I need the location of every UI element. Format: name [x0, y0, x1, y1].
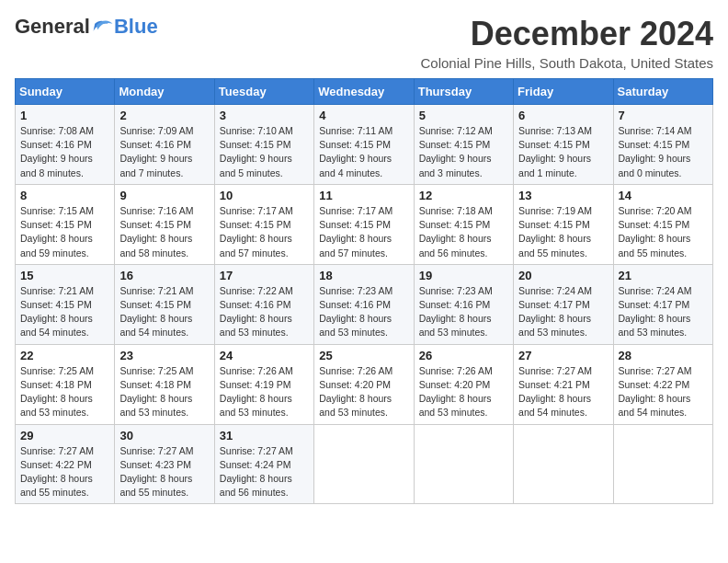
day-cell: 30 Sunrise: 7:27 AMSunset: 4:23 PMDaylig… — [115, 424, 214, 504]
day-info: Sunrise: 7:12 AMSunset: 4:15 PMDaylight:… — [419, 124, 508, 180]
day-cell: 13 Sunrise: 7:19 AMSunset: 4:15 PMDaylig… — [514, 184, 613, 264]
day-cell: 8 Sunrise: 7:15 AMSunset: 4:15 PMDayligh… — [16, 184, 115, 264]
day-cell: 15 Sunrise: 7:21 AMSunset: 4:15 PMDaylig… — [16, 264, 115, 344]
day-number: 17 — [220, 269, 309, 282]
logo: General Blue — [15, 15, 158, 39]
day-info: Sunrise: 7:25 AMSunset: 4:18 PMDaylight:… — [119, 364, 209, 420]
day-info: Sunrise: 7:23 AMSunset: 4:16 PMDaylight:… — [419, 284, 508, 340]
day-number: 12 — [419, 189, 508, 202]
day-cell: 23 Sunrise: 7:25 AMSunset: 4:18 PMDaylig… — [115, 344, 214, 424]
logo-general-text: General — [15, 15, 90, 39]
day-number: 21 — [619, 269, 708, 282]
day-info: Sunrise: 7:21 AMSunset: 4:15 PMDaylight:… — [119, 284, 209, 340]
week-row-4: 22 Sunrise: 7:25 AMSunset: 4:18 PMDaylig… — [16, 344, 713, 424]
day-info: Sunrise: 7:10 AMSunset: 4:15 PMDaylight:… — [220, 124, 309, 180]
day-number: 15 — [20, 269, 109, 282]
day-number: 28 — [619, 349, 708, 362]
day-number: 23 — [119, 349, 209, 362]
day-number: 3 — [220, 109, 309, 122]
day-number: 29 — [20, 429, 109, 442]
day-cell: 29 Sunrise: 7:27 AMSunset: 4:22 PMDaylig… — [16, 424, 115, 504]
day-info: Sunrise: 7:11 AMSunset: 4:15 PMDaylight:… — [319, 124, 408, 180]
day-number: 13 — [518, 189, 608, 202]
week-row-2: 8 Sunrise: 7:15 AMSunset: 4:15 PMDayligh… — [16, 184, 713, 264]
day-cell: 16 Sunrise: 7:21 AMSunset: 4:15 PMDaylig… — [115, 264, 214, 344]
day-info: Sunrise: 7:26 AMSunset: 4:19 PMDaylight:… — [220, 364, 309, 420]
day-info: Sunrise: 7:26 AMSunset: 4:20 PMDaylight:… — [419, 364, 508, 420]
day-cell: 12 Sunrise: 7:18 AMSunset: 4:15 PMDaylig… — [414, 184, 513, 264]
day-cell: 6 Sunrise: 7:13 AMSunset: 4:15 PMDayligh… — [514, 105, 613, 185]
day-number: 5 — [419, 109, 508, 122]
day-cell — [514, 424, 613, 504]
day-number: 14 — [619, 189, 708, 202]
day-info: Sunrise: 7:20 AMSunset: 4:15 PMDaylight:… — [619, 204, 708, 260]
day-number: 1 — [20, 109, 109, 122]
day-cell: 14 Sunrise: 7:20 AMSunset: 4:15 PMDaylig… — [613, 184, 712, 264]
day-number: 26 — [419, 349, 508, 362]
day-cell: 9 Sunrise: 7:16 AMSunset: 4:15 PMDayligh… — [115, 184, 214, 264]
day-cell: 21 Sunrise: 7:24 AMSunset: 4:17 PMDaylig… — [613, 264, 712, 344]
day-number: 24 — [220, 349, 309, 362]
day-info: Sunrise: 7:27 AMSunset: 4:22 PMDaylight:… — [20, 444, 109, 500]
day-cell: 11 Sunrise: 7:17 AMSunset: 4:15 PMDaylig… — [314, 184, 414, 264]
day-number: 11 — [319, 189, 408, 202]
day-info: Sunrise: 7:13 AMSunset: 4:15 PMDaylight:… — [518, 124, 608, 180]
day-number: 6 — [518, 109, 608, 122]
day-info: Sunrise: 7:17 AMSunset: 4:15 PMDaylight:… — [220, 204, 309, 260]
day-info: Sunrise: 7:24 AMSunset: 4:17 PMDaylight:… — [619, 284, 708, 340]
weekday-header-wednesday: Wednesday — [314, 79, 414, 105]
day-number: 8 — [20, 189, 109, 202]
day-info: Sunrise: 7:23 AMSunset: 4:16 PMDaylight:… — [319, 284, 408, 340]
title-area: December 2024 Colonial Pine Hills, South… — [420, 15, 713, 71]
day-number: 19 — [419, 269, 508, 282]
day-number: 27 — [518, 349, 608, 362]
day-info: Sunrise: 7:27 AMSunset: 4:22 PMDaylight:… — [619, 364, 708, 420]
day-number: 31 — [220, 429, 309, 442]
day-cell: 1 Sunrise: 7:08 AMSunset: 4:16 PMDayligh… — [16, 105, 115, 185]
logo-bird-icon — [92, 17, 114, 36]
day-number: 25 — [319, 349, 408, 362]
day-number: 7 — [619, 109, 708, 122]
weekday-header-row: SundayMondayTuesdayWednesdayThursdayFrid… — [16, 79, 713, 105]
day-number: 18 — [319, 269, 408, 282]
day-cell: 20 Sunrise: 7:24 AMSunset: 4:17 PMDaylig… — [514, 264, 613, 344]
day-cell: 18 Sunrise: 7:23 AMSunset: 4:16 PMDaylig… — [314, 264, 414, 344]
day-cell: 31 Sunrise: 7:27 AMSunset: 4:24 PMDaylig… — [214, 424, 313, 504]
day-cell: 10 Sunrise: 7:17 AMSunset: 4:15 PMDaylig… — [214, 184, 313, 264]
day-cell: 2 Sunrise: 7:09 AMSunset: 4:16 PMDayligh… — [115, 105, 214, 185]
weekday-header-monday: Monday — [115, 79, 214, 105]
day-number: 20 — [518, 269, 608, 282]
day-info: Sunrise: 7:08 AMSunset: 4:16 PMDaylight:… — [20, 124, 109, 180]
day-number: 16 — [119, 269, 209, 282]
day-info: Sunrise: 7:26 AMSunset: 4:20 PMDaylight:… — [319, 364, 408, 420]
week-row-5: 29 Sunrise: 7:27 AMSunset: 4:22 PMDaylig… — [16, 424, 713, 504]
weekday-header-friday: Friday — [514, 79, 613, 105]
day-info: Sunrise: 7:25 AMSunset: 4:18 PMDaylight:… — [20, 364, 109, 420]
week-row-1: 1 Sunrise: 7:08 AMSunset: 4:16 PMDayligh… — [16, 105, 713, 185]
calendar-table: SundayMondayTuesdayWednesdayThursdayFrid… — [15, 78, 713, 504]
day-cell — [314, 424, 414, 504]
month-title: December 2024 — [420, 15, 713, 53]
day-cell — [613, 424, 712, 504]
weekday-header-saturday: Saturday — [613, 79, 712, 105]
weekday-header-tuesday: Tuesday — [214, 79, 313, 105]
day-cell: 26 Sunrise: 7:26 AMSunset: 4:20 PMDaylig… — [414, 344, 513, 424]
day-cell: 27 Sunrise: 7:27 AMSunset: 4:21 PMDaylig… — [514, 344, 613, 424]
day-info: Sunrise: 7:21 AMSunset: 4:15 PMDaylight:… — [20, 284, 109, 340]
day-info: Sunrise: 7:27 AMSunset: 4:21 PMDaylight:… — [518, 364, 608, 420]
week-row-3: 15 Sunrise: 7:21 AMSunset: 4:15 PMDaylig… — [16, 264, 713, 344]
day-info: Sunrise: 7:27 AMSunset: 4:23 PMDaylight:… — [119, 444, 209, 500]
day-number: 2 — [119, 109, 209, 122]
day-info: Sunrise: 7:22 AMSunset: 4:16 PMDaylight:… — [220, 284, 309, 340]
day-number: 4 — [319, 109, 408, 122]
day-cell: 28 Sunrise: 7:27 AMSunset: 4:22 PMDaylig… — [613, 344, 712, 424]
day-cell — [414, 424, 513, 504]
day-cell: 7 Sunrise: 7:14 AMSunset: 4:15 PMDayligh… — [613, 105, 712, 185]
day-cell: 19 Sunrise: 7:23 AMSunset: 4:16 PMDaylig… — [414, 264, 513, 344]
day-info: Sunrise: 7:14 AMSunset: 4:15 PMDaylight:… — [619, 124, 708, 180]
day-number: 10 — [220, 189, 309, 202]
day-cell: 4 Sunrise: 7:11 AMSunset: 4:15 PMDayligh… — [314, 105, 414, 185]
day-info: Sunrise: 7:18 AMSunset: 4:15 PMDaylight:… — [419, 204, 508, 260]
header: General Blue December 2024 Colonial Pine… — [15, 15, 713, 71]
day-cell: 22 Sunrise: 7:25 AMSunset: 4:18 PMDaylig… — [16, 344, 115, 424]
